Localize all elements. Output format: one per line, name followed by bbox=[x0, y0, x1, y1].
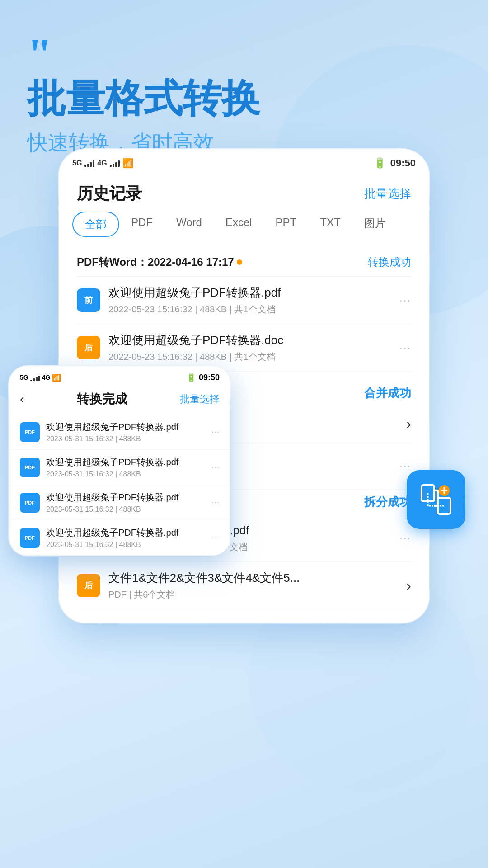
filter-tabs: 全部 PDF Word Excel PPT TXT 图片 bbox=[59, 212, 429, 246]
file-info-after: 欢迎使用超级兔子PDF转换器.doc 2022-05-23 15:16:32 |… bbox=[108, 332, 399, 363]
signal-bars-4g bbox=[84, 160, 94, 167]
sec-more-icon-1[interactable]: ··· bbox=[211, 427, 220, 437]
arrow-right-icon[interactable]: › bbox=[406, 415, 411, 432]
secondary-header: ‹ 转换完成 批量选择 bbox=[9, 386, 230, 415]
group-title: PDF转Word：2022-04-16 17:17 bbox=[77, 255, 234, 269]
sec-signal-bars bbox=[30, 374, 40, 381]
batch-select-button[interactable]: 批量选择 bbox=[364, 186, 411, 202]
tab-all[interactable]: 全部 bbox=[72, 212, 119, 237]
sec-file-info-1: 欢迎使用超级兔子PDF转换器.pdf 2023-05-31 15:16:32 |… bbox=[46, 421, 211, 443]
sec-file-item-1[interactable]: PDF 欢迎使用超级兔子PDF转换器.pdf 2023-05-31 15:16:… bbox=[9, 415, 230, 450]
share-merge-icon bbox=[418, 481, 454, 518]
headline: 批量格式转换 bbox=[27, 77, 461, 120]
tab-pdf[interactable]: PDF bbox=[119, 212, 164, 237]
secondary-title: 转换完成 bbox=[77, 391, 127, 408]
wifi-icon: 📶 bbox=[122, 158, 134, 169]
signal-bars bbox=[110, 160, 120, 167]
sec-file-meta-4: 2023-05-31 15:16:32 | 488KB bbox=[46, 541, 211, 549]
sec-file-name-3: 欢迎使用超级兔子PDF转换器.pdf bbox=[46, 491, 211, 504]
file-info-before: 欢迎使用超级兔子PDF转换器.pdf 2022-05-23 15:16:32 |… bbox=[108, 285, 399, 316]
split-success-label: 拆分成功 bbox=[364, 494, 411, 510]
pdf-badge-2: PDF bbox=[20, 458, 40, 477]
quote-mark: " bbox=[27, 36, 461, 72]
tab-image[interactable]: 图片 bbox=[352, 212, 398, 237]
merge-success-label: 合并成功 bbox=[364, 385, 411, 401]
sec-status-right: 🔋 09:50 bbox=[186, 373, 220, 382]
time-display: 09:50 bbox=[390, 157, 416, 169]
sec-file-name-2: 欢迎使用超级兔子PDF转换器.pdf bbox=[46, 456, 211, 468]
battery-icon: 🔋 bbox=[374, 157, 386, 169]
status-bar: 5G 4G 📶 🔋 09:50 bbox=[59, 149, 429, 174]
pdf-badge-1: PDF bbox=[20, 422, 40, 442]
merge-multi-file[interactable]: 后 文件1&文件2&文件3&文件4&文件5... PDF | 共6个文档 › bbox=[77, 562, 411, 609]
pdf-badge-4: PDF bbox=[20, 528, 40, 548]
sec-file-info-3: 欢迎使用超级兔子PDF转换器.pdf 2023-05-31 15:16:32 |… bbox=[46, 491, 211, 514]
header-section: " 批量格式转换 快速转换，省时高效 bbox=[0, 0, 488, 175]
sec-file-meta-3: 2023-05-31 15:16:32 | 488KB bbox=[46, 505, 211, 514]
secondary-status-bar: 5G 4G 📶 🔋 09:50 bbox=[9, 366, 230, 386]
status-left: 5G 4G 📶 bbox=[72, 158, 134, 169]
tab-txt[interactable]: TXT bbox=[308, 212, 352, 237]
sec-file-item-3[interactable]: PDF 欢迎使用超级兔子PDF转换器.pdf 2023-05-31 15:16:… bbox=[9, 485, 230, 520]
sec-wifi-icon: 📶 bbox=[52, 373, 61, 382]
sec-network-5g: 5G bbox=[20, 374, 28, 381]
sec-time: 09:50 bbox=[199, 373, 220, 382]
tab-excel[interactable]: Excel bbox=[214, 212, 264, 237]
badge-before: 前 bbox=[77, 288, 100, 312]
back-button[interactable]: ‹ bbox=[20, 392, 24, 406]
file-item-after[interactable]: 后 欢迎使用超级兔子PDF转换器.doc 2022-05-23 15:16:32… bbox=[77, 324, 411, 372]
sec-more-icon-2[interactable]: ··· bbox=[211, 462, 220, 472]
sec-file-info-4: 欢迎使用超级兔子PDF转换器.pdf 2023-05-31 15:16:32 |… bbox=[46, 527, 211, 549]
file-name-before: 欢迎使用超级兔子PDF转换器.pdf bbox=[108, 285, 399, 301]
more-options-icon[interactable]: ··· bbox=[399, 294, 411, 307]
file-meta-merge2: PDF | 共6个文档 bbox=[108, 589, 406, 601]
file-meta-before: 2022-05-23 15:16:32 | 488KB | 共1个文档 bbox=[108, 303, 399, 316]
sec-network-4g: 4G bbox=[42, 374, 51, 381]
tab-ppt[interactable]: PPT bbox=[264, 212, 309, 237]
sec-more-icon-4[interactable]: ··· bbox=[211, 533, 220, 542]
file-meta-after: 2022-05-23 15:16:32 | 488KB | 共1个文档 bbox=[108, 351, 399, 363]
conversion-group: PDF转Word：2022-04-16 17:17 转换成功 前 欢迎使用超级兔… bbox=[59, 246, 429, 381]
phone-header: 历史记录 批量选择 bbox=[59, 174, 429, 212]
merge-icon-box bbox=[407, 470, 465, 529]
merge-icon-container bbox=[407, 470, 465, 529]
sec-battery-icon: 🔋 bbox=[186, 373, 196, 382]
file-item-before[interactable]: 前 欢迎使用超级兔子PDF转换器.pdf 2022-05-23 15:16:32… bbox=[77, 277, 411, 324]
pdf-badge-3: PDF bbox=[20, 493, 40, 513]
file-info-merge2: 文件1&文件2&文件3&文件4&文件5... PDF | 共6个文档 bbox=[108, 570, 406, 601]
bottom-merge: 后 文件1&文件2&文件3&文件4&文件5... PDF | 共6个文档 › bbox=[59, 562, 429, 623]
tab-word[interactable]: Word bbox=[164, 212, 214, 237]
file-name-merge2: 文件1&文件2&文件3&文件4&文件5... bbox=[108, 570, 406, 586]
sec-more-icon-3[interactable]: ··· bbox=[211, 498, 220, 507]
badge-after: 后 bbox=[77, 336, 100, 359]
network-4g: 4G bbox=[97, 159, 107, 167]
sec-file-meta-1: 2023-05-31 15:16:32 | 488KB bbox=[46, 435, 211, 443]
more-options-icon-4[interactable]: ··· bbox=[399, 532, 411, 544]
page-title: 历史记录 bbox=[77, 183, 142, 205]
sec-file-item-2[interactable]: PDF 欢迎使用超级兔子PDF转换器.pdf 2023-05-31 15:16:… bbox=[9, 450, 230, 485]
conversion-status: 转换成功 bbox=[368, 255, 411, 269]
status-right: 🔋 09:50 bbox=[374, 157, 416, 169]
network-5g: 5G bbox=[72, 159, 82, 167]
more-options-icon-2[interactable]: ··· bbox=[399, 341, 411, 354]
arrow-right-icon-2[interactable]: › bbox=[406, 577, 411, 594]
sec-file-name-4: 欢迎使用超级兔子PDF转换器.pdf bbox=[46, 527, 211, 539]
secondary-batch-select[interactable]: 批量选择 bbox=[180, 392, 220, 406]
sec-status-left: 5G 4G 📶 bbox=[20, 373, 61, 382]
sec-file-meta-2: 2023-05-31 15:16:32 | 488KB bbox=[46, 470, 211, 478]
notification-dot bbox=[237, 259, 242, 265]
sec-file-name-1: 欢迎使用超级兔子PDF转换器.pdf bbox=[46, 421, 211, 433]
secondary-phone-mockup: 5G 4G 📶 🔋 09:50 ‹ 转换完成 批量选择 PDF 欢迎使 bbox=[9, 366, 230, 556]
group-header: PDF转Word：2022-04-16 17:17 转换成功 bbox=[77, 246, 411, 277]
file-name-after: 欢迎使用超级兔子PDF转换器.doc bbox=[108, 332, 399, 348]
sec-file-item-4[interactable]: PDF 欢迎使用超级兔子PDF转换器.pdf 2023-05-31 15:16:… bbox=[9, 520, 230, 556]
secondary-file-list: PDF 欢迎使用超级兔子PDF转换器.pdf 2023-05-31 15:16:… bbox=[9, 415, 230, 556]
sec-file-info-2: 欢迎使用超级兔子PDF转换器.pdf 2023-05-31 15:16:32 |… bbox=[46, 456, 211, 478]
badge-merge: 后 bbox=[77, 574, 100, 597]
